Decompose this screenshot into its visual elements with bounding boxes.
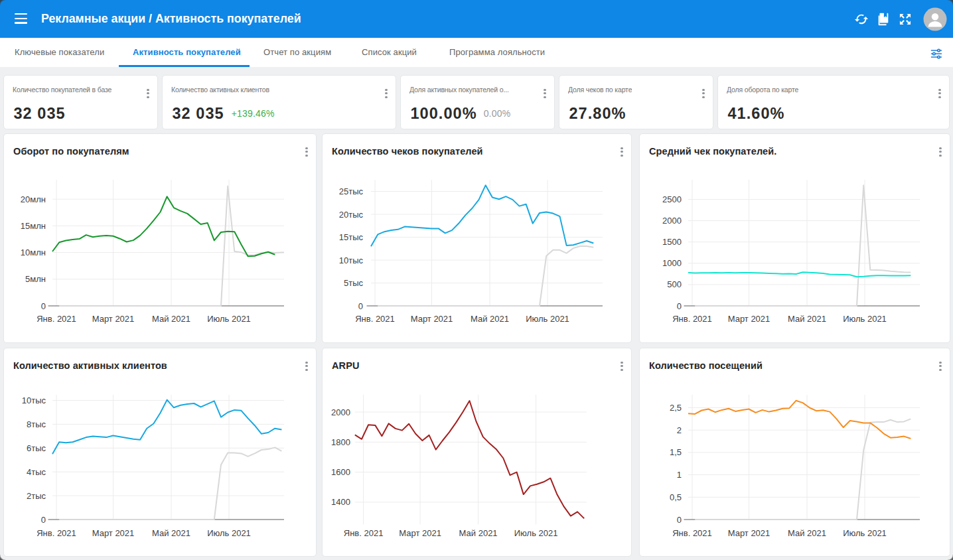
svg-text:15млн: 15млн <box>21 221 46 231</box>
svg-text:Янв. 2021: Янв. 2021 <box>672 314 712 324</box>
svg-text:Май 2021: Май 2021 <box>788 314 826 324</box>
svg-text:Янв. 2021: Янв. 2021 <box>344 528 384 538</box>
svg-text:20тыс: 20тыс <box>339 210 364 220</box>
svg-text:10тыс: 10тыс <box>22 395 46 405</box>
svg-text:Янв. 2021: Янв. 2021 <box>37 314 76 324</box>
svg-text:Март 2021: Март 2021 <box>399 528 441 538</box>
svg-text:1400: 1400 <box>331 497 350 507</box>
svg-text:1000: 1000 <box>662 258 682 268</box>
svg-text:25тыс: 25тыс <box>339 186 364 196</box>
svg-text:Май 2021: Май 2021 <box>152 528 190 538</box>
svg-text:Июль 2021: Июль 2021 <box>207 314 251 324</box>
svg-text:0: 0 <box>41 515 46 525</box>
svg-text:Янв. 2021: Янв. 2021 <box>355 314 395 324</box>
svg-text:6тыс: 6тыс <box>27 443 46 453</box>
svg-text:1: 1 <box>677 470 682 480</box>
svg-text:1600: 1600 <box>331 467 350 477</box>
svg-text:5млн: 5млн <box>25 274 46 284</box>
svg-text:2500: 2500 <box>662 194 682 204</box>
svg-text:15тыс: 15тыс <box>339 232 364 242</box>
svg-text:Май 2021: Май 2021 <box>788 528 826 538</box>
svg-text:Май 2021: Май 2021 <box>152 314 190 324</box>
svg-text:4тыс: 4тыс <box>27 467 46 477</box>
svg-text:Июль 2021: Июль 2021 <box>526 314 569 324</box>
svg-text:500: 500 <box>667 279 682 289</box>
svg-text:Июль 2021: Июль 2021 <box>843 314 887 324</box>
svg-text:Март 2021: Март 2021 <box>728 528 770 538</box>
svg-text:Март 2021: Март 2021 <box>92 314 135 324</box>
svg-text:Июль 2021: Июль 2021 <box>514 528 558 538</box>
svg-text:20млн: 20млн <box>21 194 46 204</box>
svg-text:0: 0 <box>41 301 46 311</box>
svg-text:Июль 2021: Июль 2021 <box>207 528 251 538</box>
svg-text:Май 2021: Май 2021 <box>459 528 498 538</box>
svg-text:1,5: 1,5 <box>670 447 682 457</box>
svg-text:2000: 2000 <box>662 216 682 226</box>
svg-text:1500: 1500 <box>662 237 682 247</box>
svg-text:Март 2021: Март 2021 <box>728 314 770 324</box>
svg-text:0: 0 <box>677 301 682 311</box>
svg-text:2: 2 <box>677 425 682 435</box>
svg-text:8тыс: 8тыс <box>27 419 46 429</box>
svg-text:5тыс: 5тыс <box>344 278 364 288</box>
svg-text:Июль 2021: Июль 2021 <box>843 528 887 538</box>
svg-text:0: 0 <box>677 515 682 525</box>
svg-text:10тыс: 10тыс <box>339 255 364 265</box>
svg-text:Янв. 2021: Янв. 2021 <box>37 528 76 538</box>
svg-text:10млн: 10млн <box>21 247 46 257</box>
svg-text:Март 2021: Март 2021 <box>411 314 453 324</box>
svg-text:2тыс: 2тыс <box>27 491 46 501</box>
svg-text:2,5: 2,5 <box>670 403 682 413</box>
svg-text:Янв. 2021: Янв. 2021 <box>672 528 712 538</box>
svg-text:1800: 1800 <box>331 437 350 447</box>
svg-text:Март 2021: Март 2021 <box>92 528 135 538</box>
svg-text:0,5: 0,5 <box>670 492 682 502</box>
svg-text:2000: 2000 <box>331 407 350 417</box>
svg-text:Май 2021: Май 2021 <box>471 314 509 324</box>
svg-text:0: 0 <box>358 301 363 311</box>
